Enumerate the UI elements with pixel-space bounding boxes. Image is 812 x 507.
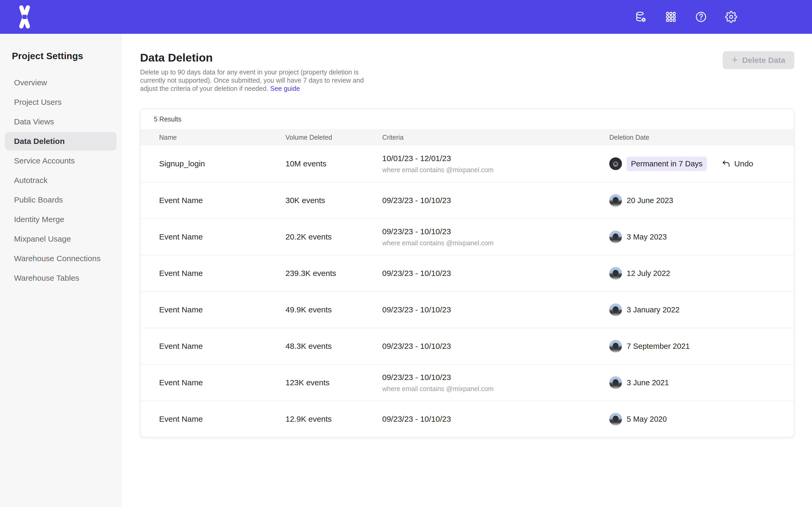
sidebar-item[interactable]: Warehouse Tables [5, 269, 116, 287]
user-avatar [609, 413, 622, 426]
table-row: Event Name 49.9K events 09/23/23 - 10/10… [141, 291, 794, 328]
row-deletion-date: 20 June 2023 [609, 194, 783, 207]
see-guide-link[interactable]: See guide [270, 85, 300, 92]
sidebar-item-label: Warehouse Tables [14, 274, 79, 283]
row-volume-deleted: 20.2K events [286, 232, 382, 241]
sidebar-item[interactable]: Identity Merge [5, 210, 116, 229]
row-deletion-date: 5 May 2020 [609, 413, 783, 426]
sidebar-nav: Overview Project Users Data Views Data D… [0, 73, 121, 287]
apps-grid-button[interactable] [664, 11, 677, 23]
page-header: Data Deletion Delete up to 90 days data … [140, 51, 794, 93]
delete-data-button[interactable]: + Delete Data [723, 51, 794, 69]
sidebar-item[interactable]: Data Deletion [5, 132, 116, 151]
criteria-date-range: 09/23/23 - 10/10/23 [382, 196, 609, 205]
criteria-filter: where email contains @mixpanel.com [382, 385, 609, 393]
app: Project Settings Overview Project Users … [0, 0, 812, 507]
sidebar-item-label: Service Accounts [14, 156, 75, 165]
table-row: Signup_login 10M events 10/01/23 - 12/01… [141, 146, 794, 182]
logo-notch [22, 15, 27, 19]
sidebar-item[interactable]: Autotrack [5, 171, 116, 189]
sidebar-item[interactable]: Public Boards [5, 191, 116, 209]
criteria-date-range: 09/23/23 - 10/10/23 [382, 373, 609, 382]
topbar-icon-group [635, 11, 738, 23]
user-avatar [609, 267, 622, 280]
deletion-table-card: 5 Results Name Volume Deleted Criteria D… [140, 109, 794, 438]
criteria-date-range: 10/01/23 - 12/01/23 [382, 154, 609, 163]
row-criteria: 09/23/23 - 10/10/23 where email contains… [382, 227, 609, 247]
results-count: 5 Results [141, 109, 794, 129]
column-header: Deletion Date [609, 133, 783, 141]
row-volume-deleted: 123K events [286, 378, 382, 387]
sidebar: Project Settings Overview Project Users … [0, 34, 121, 507]
permanent-status-badge: Permanent in 7 Days [627, 157, 707, 171]
row-name: Event Name [159, 269, 286, 278]
settings-button[interactable] [725, 11, 738, 23]
user-avatar [609, 157, 622, 170]
plus-icon: + [732, 54, 738, 65]
deletion-date-text: 12 July 2022 [627, 269, 670, 278]
criteria-date-range: 09/23/23 - 10/10/23 [382, 227, 609, 236]
column-header: Volume Deleted [286, 133, 382, 141]
sidebar-item-label: Warehouse Connections [14, 254, 100, 263]
row-deletion-date: 3 May 2023 [609, 230, 783, 243]
row-name: Event Name [159, 232, 286, 241]
undo-label: Undo [734, 159, 753, 168]
row-name: Event Name [159, 378, 286, 387]
undo-icon [722, 159, 730, 168]
page-title: Data Deletion [140, 51, 374, 64]
deletion-date-text: 5 May 2020 [627, 415, 667, 424]
row-name: Event Name [159, 305, 286, 314]
table-header-row: Name Volume Deleted Criteria Deletion Da… [141, 129, 794, 146]
sidebar-item-label: Data Views [14, 117, 54, 126]
sidebar-item-label: Project Users [14, 98, 62, 107]
criteria-date-range: 09/23/23 - 10/10/23 [382, 269, 609, 278]
row-deletion-date: 7 September 2021 [609, 340, 783, 352]
sidebar-item-label: Overview [14, 78, 47, 87]
sidebar-item[interactable]: Service Accounts [5, 152, 116, 170]
sidebar-item[interactable]: Project Users [5, 93, 116, 111]
table-row: Event Name 123K events 09/23/23 - 10/10/… [141, 364, 794, 401]
sidebar-item[interactable]: Data Views [5, 112, 116, 131]
data-management-button[interactable] [635, 11, 647, 23]
table-row: Event Name 12.9K events 09/23/23 - 10/10… [141, 401, 794, 437]
criteria-filter: where email contains @mixpanel.com [382, 166, 609, 174]
row-volume-deleted: 48.3K events [286, 342, 382, 351]
table-body: Signup_login 10M events 10/01/23 - 12/01… [141, 146, 794, 437]
criteria-date-range: 09/23/23 - 10/10/23 [382, 305, 609, 314]
row-name: Event Name [159, 414, 286, 424]
row-deletion-date: 3 January 2022 [609, 303, 783, 316]
deletion-date-text: 20 June 2023 [627, 196, 673, 205]
row-deletion-date: 12 July 2022 [609, 267, 783, 280]
undo-button[interactable]: Undo [722, 159, 753, 168]
apps-grid-icon [665, 11, 677, 23]
delete-data-label: Delete Data [742, 56, 785, 65]
row-name: Event Name [159, 196, 286, 205]
row-criteria: 09/23/23 - 10/10/23 [382, 269, 609, 278]
sidebar-item-label: Mixpanel Usage [14, 234, 71, 243]
criteria-date-range: 09/23/23 - 10/10/23 [382, 342, 609, 351]
page-header-text: Data Deletion Delete up to 90 days data … [140, 51, 374, 93]
sidebar-item[interactable]: Overview [5, 73, 116, 92]
row-criteria: 09/23/23 - 10/10/23 where email contains… [382, 373, 609, 393]
table-row: Event Name 20.2K events 09/23/23 - 10/10… [141, 218, 794, 255]
sidebar-item[interactable]: Warehouse Connections [5, 249, 116, 268]
sidebar-item[interactable]: Mixpanel Usage [5, 230, 116, 248]
user-avatar [609, 376, 622, 389]
user-avatar [609, 230, 622, 243]
row-criteria: 09/23/23 - 10/10/23 [382, 305, 609, 314]
help-button[interactable] [695, 11, 707, 23]
user-avatar [609, 340, 622, 352]
table-row: Event Name 239.3K events 09/23/23 - 10/1… [141, 255, 794, 291]
row-volume-deleted: 12.9K events [286, 414, 382, 424]
mixpanel-logo-icon[interactable] [17, 5, 32, 29]
user-avatar [609, 303, 622, 316]
page-description-text: Delete up to 90 days data for any event … [140, 68, 364, 92]
column-header: Criteria [382, 133, 609, 141]
row-deletion-date: 3 June 2021 [609, 376, 783, 389]
table-row: Event Name 30K events 09/23/23 - 10/10/2… [141, 182, 794, 218]
criteria-filter: where email contains @mixpanel.com [382, 239, 609, 247]
main-content: Data Deletion Delete up to 90 days data … [121, 34, 812, 507]
row-volume-deleted: 30K events [286, 196, 382, 205]
row-criteria: 09/23/23 - 10/10/23 [382, 414, 609, 424]
deletion-date-text: 7 September 2021 [627, 342, 690, 351]
